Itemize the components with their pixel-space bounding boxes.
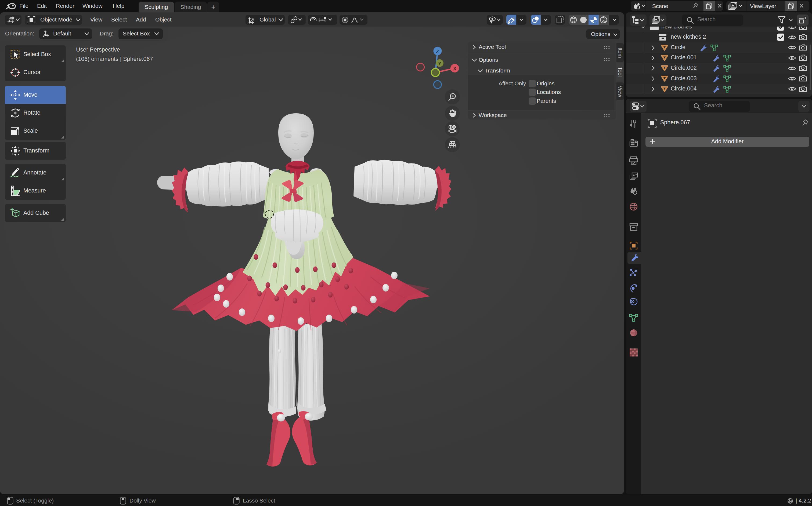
- svg-text:Y: Y: [438, 61, 442, 66]
- svg-text:Scene: Scene: [652, 3, 668, 9]
- svg-text:Z: Z: [436, 49, 439, 54]
- svg-text:ViewLayer: ViewLayer: [750, 3, 776, 9]
- svg-text:X: X: [453, 66, 457, 71]
